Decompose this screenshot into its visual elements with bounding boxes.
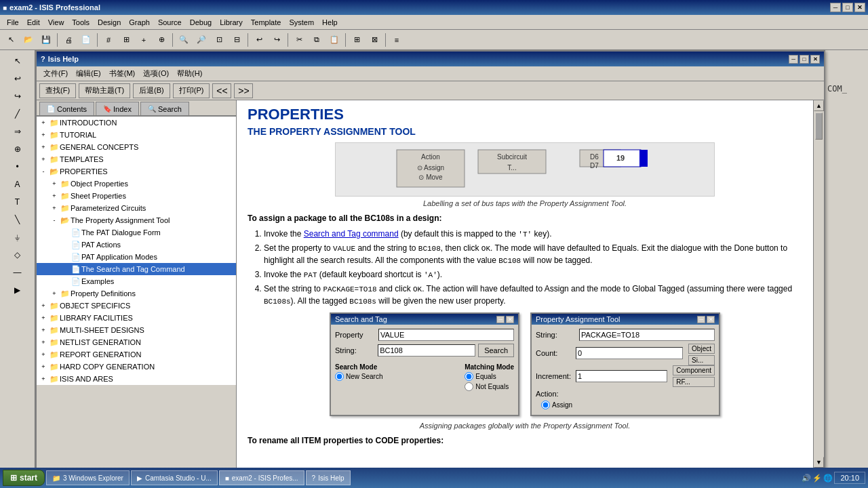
search-tag-link[interactable]: Search and Tag command (304, 229, 399, 239)
menu-tools[interactable]: Tools (68, 17, 94, 28)
tree-property-defs[interactable]: + 📁 Property Definitions (37, 287, 236, 300)
topics-button[interactable]: 帮助主题(T) (79, 83, 130, 98)
menu-view[interactable]: View (44, 17, 68, 28)
tree-pat-modes[interactable]: 📄 PAT Application Modes (37, 251, 236, 263)
tb-undo[interactable]: ↩ (251, 33, 267, 47)
menu-debug[interactable]: Debug (186, 17, 216, 28)
tb-grid[interactable]: # (100, 33, 117, 47)
menu-design[interactable]: Design (94, 17, 125, 28)
tb-component[interactable]: ⊕ (153, 33, 170, 47)
tb-zoom-area[interactable]: ⊡ (211, 33, 227, 47)
menu-template[interactable]: Template (247, 17, 285, 28)
tree-pat[interactable]: - 📂 The Property Assignment Tool (37, 214, 236, 226)
scroll-up[interactable]: ▲ (814, 100, 824, 111)
tree-netlist[interactable]: + 📁 NETLIST GENERATION (37, 336, 236, 348)
tb-netlist[interactable]: ≡ (389, 33, 405, 47)
menu-library[interactable]: Library (216, 17, 247, 28)
tool-label[interactable]: A (7, 176, 28, 192)
maximize-button[interactable]: □ (842, 3, 853, 12)
tool-component[interactable]: ⊕ (7, 141, 28, 157)
scrollbar[interactable]: ▲ ▼ (813, 100, 824, 468)
taskbar-isis[interactable]: ■ exam2 - ISIS Profes... (219, 470, 304, 485)
tb-cut[interactable]: ✂ (291, 33, 307, 47)
equals-radio[interactable] (465, 372, 473, 381)
tb-snap[interactable]: ⊞ (118, 33, 134, 47)
tree-parameterized[interactable]: + 📁 Parameterized Circuits (37, 202, 236, 214)
tool-wire[interactable]: ╱ (7, 106, 28, 122)
menu-file[interactable]: File (3, 17, 23, 28)
help-menu-help[interactable]: 帮助(H) (173, 67, 206, 80)
string-input[interactable] (378, 344, 475, 357)
tb-open[interactable]: 📂 (20, 33, 37, 47)
tree-report[interactable]: + 📁 REPORT GENERATION (37, 348, 236, 361)
tree-examples[interactable]: 📄 Examples (37, 275, 236, 287)
tb-block-move[interactable]: ⊠ (366, 33, 382, 47)
st-close[interactable]: ✕ (506, 316, 514, 323)
tool-text[interactable]: T (7, 194, 28, 210)
tb-paste[interactable]: 📋 (326, 33, 342, 47)
taskbar-explorer[interactable]: 📁 3 Windows Explorer (46, 470, 130, 485)
tree-panel[interactable]: + 📁 INTRODUCTION + 📁 TUTORIAL + 📁 GENERA… (37, 117, 237, 385)
minimize-button[interactable]: ─ (830, 3, 841, 12)
tool-line[interactable]: — (7, 264, 28, 281)
assign-radio[interactable] (541, 401, 550, 409)
prev-arrow[interactable]: << (212, 83, 231, 98)
tool-probe[interactable]: ◇ (7, 247, 28, 263)
scroll-down[interactable]: ▼ (814, 457, 824, 468)
property-input[interactable] (378, 329, 514, 341)
tree-sheet-properties[interactable]: + 📁 Sheet Properties (37, 190, 236, 202)
tool-bus-entry[interactable]: ╲ (7, 211, 28, 228)
tb-add-wire[interactable]: + (136, 33, 152, 47)
help-menu-options[interactable]: 选项(O) (139, 67, 173, 80)
menu-system[interactable]: System (285, 17, 318, 28)
taskbar-help[interactable]: ? Isis Help (306, 470, 351, 485)
tb-zoom-out[interactable]: 🔎 (193, 33, 210, 47)
tb-zoom-fit[interactable]: ⊟ (229, 33, 245, 47)
tree-search-tag[interactable]: 📄 The Search and Tag Command (37, 263, 236, 275)
next-arrow[interactable]: >> (234, 83, 253, 98)
tb-select[interactable]: ↖ (3, 33, 19, 47)
pat-close[interactable]: ✕ (707, 316, 715, 323)
tool-redo[interactable]: ↪ (7, 88, 28, 104)
help-close[interactable]: ✕ (810, 55, 820, 64)
menu-edit[interactable]: Edit (23, 17, 44, 28)
scroll-thumb[interactable] (815, 113, 823, 140)
tree-library[interactable]: + 📁 LIBRARY FACILITIES (37, 312, 236, 324)
tree-isis-ares[interactable]: + 📁 ISIS AND ARES (37, 373, 236, 385)
tb-block-copy[interactable]: ⊞ (349, 33, 365, 47)
new-search-radio[interactable] (335, 372, 344, 381)
help-menu-bookmark[interactable]: 书签(M) (105, 67, 140, 80)
menu-help[interactable]: Help (318, 17, 342, 28)
help-menu-edit[interactable]: 编辑(E) (72, 67, 105, 80)
tree-general-concepts[interactable]: + 📁 GENERAL CONCEPTS (37, 141, 236, 153)
not-equals-radio[interactable] (465, 382, 473, 391)
tree-hardcopy[interactable]: + 📁 HARD COPY GENERATION (37, 361, 236, 373)
start-button[interactable]: ⊞ start (3, 470, 45, 486)
tree-introduction[interactable]: + 📁 INTRODUCTION (37, 117, 236, 129)
tab-contents[interactable]: 📄 Contents (39, 102, 94, 115)
print-button[interactable]: 打印(P) (173, 83, 210, 98)
back-button[interactable]: 后退(B) (133, 83, 170, 98)
tree-pat-dialogue[interactable]: 📄 The PAT Dialogue Form (37, 226, 236, 239)
increment-input[interactable] (576, 370, 667, 382)
tb-zoom-in[interactable]: 🔍 (176, 33, 192, 47)
tool-power[interactable]: ⏚ (7, 229, 28, 245)
help-menu-file[interactable]: 文件(F) (39, 67, 72, 80)
tree-multisheet[interactable]: + 📁 MULTI-SHEET DESIGNS (37, 324, 236, 336)
search-btn[interactable]: Search (478, 344, 514, 357)
tb-print2[interactable]: 📄 (78, 33, 94, 47)
close-button[interactable]: ✕ (854, 3, 865, 12)
tree-object-properties[interactable]: + 📁 Object Properties (37, 178, 236, 190)
pat-min[interactable]: ─ (697, 316, 705, 323)
st-min[interactable]: ─ (496, 316, 505, 323)
tree-properties[interactable]: - 📂 PROPERTIES (37, 165, 236, 178)
tool-bus[interactable]: ⇒ (7, 123, 28, 140)
tb-redo[interactable]: ↪ (269, 33, 285, 47)
tree-tutorial[interactable]: + 📁 TUTORIAL (37, 129, 236, 141)
tool-junction[interactable]: • (7, 159, 28, 175)
tool-undo[interactable]: ↩ (7, 70, 28, 87)
tab-search[interactable]: 🔍 Search (140, 102, 189, 115)
tb-print[interactable]: 🖨 (60, 33, 77, 47)
tb-save[interactable]: 💾 (38, 33, 54, 47)
taskbar-camtasia[interactable]: ▶ Camtasia Studio - U... (131, 470, 218, 485)
